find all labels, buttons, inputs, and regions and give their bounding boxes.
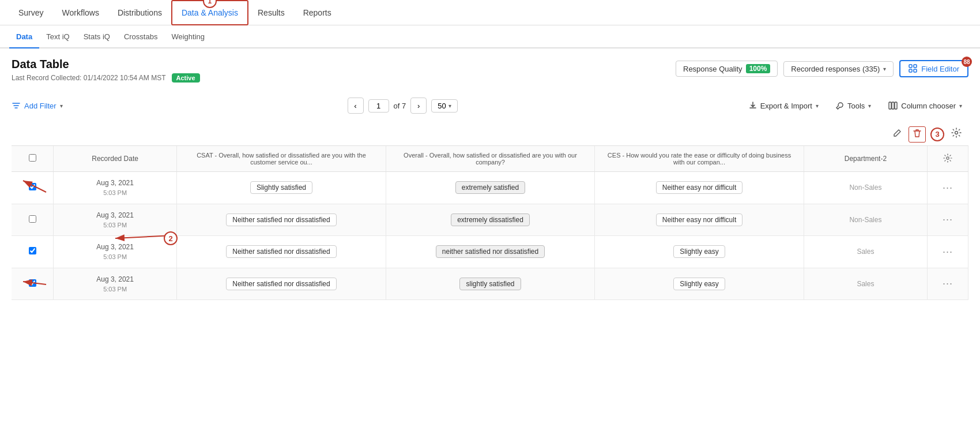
- row-more-cell: ···: [928, 172, 968, 204]
- chevron-down-icon: ▾: [883, 66, 886, 72]
- th-recorded-date: Recorded Date: [54, 146, 177, 172]
- per-page-value: 50: [438, 102, 446, 110]
- table-row: Aug 3, 20215:03 PMSlightly satisfiedextr…: [12, 172, 968, 204]
- recorded-responses-button[interactable]: Recorded responses (335) ▾: [783, 61, 894, 77]
- table-row: Aug 3, 20215:03 PMNeither satisfied nor …: [12, 204, 968, 236]
- chevron-down-icon-export: ▾: [816, 103, 819, 109]
- subnav-item-statsiq[interactable]: Stats iQ: [77, 25, 117, 48]
- row-dept-cell: Non-Sales: [804, 204, 927, 236]
- row-overall-cell: extremely dissatisfied: [386, 204, 595, 236]
- row-checkbox-cell: [12, 172, 54, 204]
- row-date-cell: Aug 3, 20215:03 PM: [54, 236, 177, 268]
- response-quality-button[interactable]: Response Quality 100%: [676, 61, 778, 77]
- page-of-label: of 7: [394, 102, 406, 110]
- svg-rect-6: [895, 102, 897, 109]
- add-filter-button[interactable]: Add Filter ▾: [12, 101, 63, 110]
- record-info: Last Record Collected: 01/14/2022 10:54 …: [12, 73, 200, 83]
- row-more-cell: ···: [928, 204, 968, 236]
- chevron-down-icon-filter: ▾: [60, 103, 63, 109]
- column-chooser-icon: [888, 102, 898, 110]
- settings-button[interactable]: [949, 125, 964, 143]
- row-csat-cell: Neither satisfied nor dissatisfied: [177, 268, 386, 300]
- row-4-checkbox[interactable]: [29, 279, 36, 287]
- toolbar: Add Filter ▾ ‹ of 7 › 50 ▾ Export & Impo…: [12, 93, 968, 118]
- delete-button[interactable]: [909, 126, 926, 143]
- row-more-cell: ···: [928, 236, 968, 268]
- recorded-responses-label: Recorded responses (335): [791, 65, 880, 73]
- nav-item-distributions[interactable]: Distributions: [108, 0, 171, 25]
- toolbar-right: Export & Import ▾ Tools ▾ Column chooser…: [742, 98, 968, 114]
- field-editor-label: Field Editor: [921, 65, 959, 73]
- row-dept-cell: Sales: [804, 236, 927, 268]
- gear-icon-th: [943, 153, 952, 163]
- chevron-down-icon-col: ▾: [959, 103, 962, 109]
- nav-item-results[interactable]: Results: [248, 0, 294, 25]
- row-more-button[interactable]: ···: [943, 278, 953, 290]
- subnav-item-data[interactable]: Data: [9, 25, 39, 48]
- data-table-header: Data Table Last Record Collected: 01/14/…: [12, 58, 968, 89]
- row-2-checkbox[interactable]: [29, 215, 36, 223]
- th-department: Department-2: [804, 146, 927, 172]
- row-date-cell: Aug 3, 20215:03 PM: [54, 172, 177, 204]
- toolbar-center: ‹ of 7 › 50 ▾: [348, 98, 458, 114]
- svg-rect-3: [914, 69, 917, 72]
- edit-icon: [892, 129, 902, 138]
- nav-item-survey[interactable]: Survey: [9, 0, 53, 25]
- add-filter-label: Add Filter: [24, 102, 56, 110]
- th-select-all: [12, 146, 54, 172]
- row-csat-cell: Neither satisfied nor dissatisfied: [177, 204, 386, 236]
- quality-value-badge: 100%: [746, 64, 771, 73]
- th-overall: Overall - Overall, how satisfied or diss…: [386, 146, 595, 172]
- row-3-checkbox[interactable]: [29, 247, 36, 254]
- title-section: Data Table Last Record Collected: 01/14/…: [12, 58, 200, 89]
- row-checkbox-cell: [12, 204, 54, 236]
- active-status-badge: Active: [172, 73, 200, 83]
- edit-button[interactable]: [890, 126, 904, 143]
- next-page-button[interactable]: ›: [410, 98, 427, 114]
- row-overall-cell: extremely satisfied: [386, 172, 595, 204]
- field-editor-button[interactable]: Field Editor 88: [899, 60, 968, 77]
- sub-navigation: Data Text iQ Stats iQ Crosstabs Weightin…: [0, 25, 980, 48]
- row-ces-cell: Slightly easy: [595, 268, 804, 300]
- row-more-button[interactable]: ···: [943, 182, 953, 194]
- row-more-cell: ···: [928, 268, 968, 300]
- chevron-down-icon-tools: ▾: [868, 103, 871, 109]
- annotation-circle-1: 1: [203, 0, 217, 8]
- row-ces-cell: Neither easy nor difficult: [595, 172, 804, 204]
- row-overall-cell: neither satisfied nor dissatisfied: [386, 236, 595, 268]
- field-editor-badge: 88: [962, 57, 972, 67]
- column-chooser-button[interactable]: Column chooser ▾: [882, 98, 968, 114]
- tools-icon: [836, 102, 844, 110]
- row-more-button[interactable]: ···: [943, 213, 953, 226]
- th-csat: CSAT - Overall, how satisfied or dissati…: [177, 146, 386, 172]
- svg-rect-5: [892, 102, 894, 109]
- annotation-circle-2: 2: [164, 231, 178, 245]
- tools-button[interactable]: Tools ▾: [830, 98, 877, 114]
- row-date-cell: Aug 3, 20215:03 PM: [54, 268, 177, 300]
- row-date-cell: Aug 3, 20215:03 PM: [54, 204, 177, 236]
- row-overall-cell: slightly satisfied: [386, 268, 595, 300]
- th-ces: CES - How would you rate the ease or dif…: [595, 146, 804, 172]
- row-1-checkbox[interactable]: [29, 183, 36, 190]
- svg-point-8: [947, 156, 949, 159]
- page-title: Data Table: [12, 58, 200, 71]
- page-number-input[interactable]: [368, 99, 389, 113]
- filter-icon: [12, 101, 21, 110]
- export-import-button[interactable]: Export & Import ▾: [742, 98, 825, 114]
- nav-item-reports[interactable]: Reports: [294, 0, 341, 25]
- row-dept-cell: Non-Sales: [804, 172, 927, 204]
- row-more-button[interactable]: ···: [943, 246, 953, 258]
- nav-item-workflows[interactable]: Workflows: [53, 0, 108, 25]
- prev-page-button[interactable]: ‹: [348, 98, 364, 114]
- subnav-item-crosstabs[interactable]: Crosstabs: [117, 25, 165, 48]
- annotation-circle-3: 3: [930, 128, 944, 141]
- nav-item-data-analysis[interactable]: Data & Analysis 1: [171, 0, 248, 25]
- select-all-checkbox[interactable]: [29, 154, 36, 162]
- row-checkbox-cell: [12, 268, 54, 300]
- row-ces-cell: Slightly easy: [595, 236, 804, 268]
- per-page-button[interactable]: 50 ▾: [431, 99, 457, 113]
- data-table: Recorded Date CSAT - Overall, how satisf…: [12, 146, 968, 300]
- row-csat-cell: Slightly satisfied: [177, 172, 386, 204]
- subnav-item-weighting[interactable]: Weighting: [164, 25, 212, 48]
- subnav-item-textiq[interactable]: Text iQ: [39, 25, 76, 48]
